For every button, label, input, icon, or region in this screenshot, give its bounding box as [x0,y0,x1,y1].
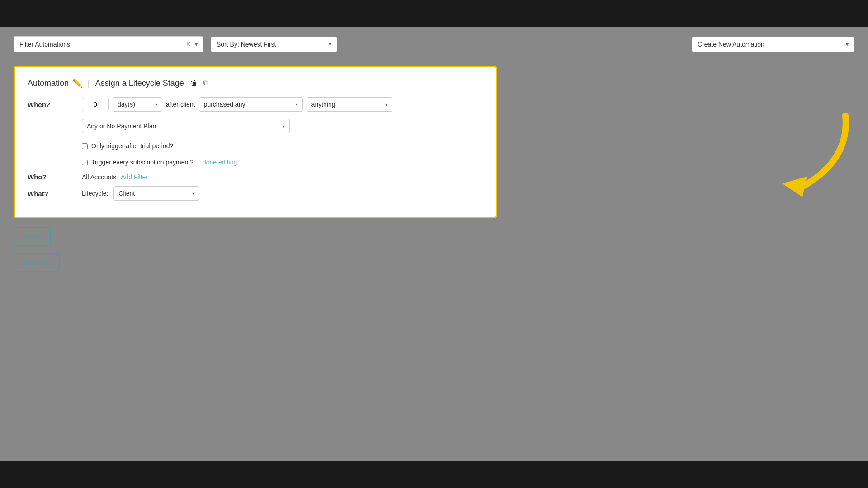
purchased-chevron-icon: ▾ [296,102,298,107]
create-chevron-down-icon: ▾ [846,41,849,47]
automation-title-main: Assign a Lifecycle Stage [95,79,184,88]
days-unit-value: day(s) [118,101,135,108]
lifecycle-value: Client [118,190,135,197]
what-content: Lifecycle: Client ▾ [82,186,199,201]
main-content: Automation ✏️ | Assign a Lifecycle Stage… [0,61,868,281]
payment-plan-row: Any or No Payment Plan ▾ [82,119,483,133]
subscription-trigger-label: Trigger every subscription payment? [91,159,193,166]
who-label: Who? [28,173,82,181]
arrow-annotation [764,107,854,206]
save-all-button[interactable]: Save All [14,253,60,272]
all-accounts-text: All Accounts [82,174,116,181]
who-row: Who? All Accounts Add Filter [28,173,483,181]
top-bar [0,0,868,27]
sort-chevron-down-icon: ▾ [329,41,331,47]
days-unit-select[interactable]: day(s) ▾ [113,97,162,112]
payment-plan-chevron-icon: ▾ [283,124,285,129]
subscription-trigger-checkbox[interactable] [82,160,88,165]
after-client-text: after client [166,101,195,108]
svg-marker-0 [782,177,807,197]
lifecycle-select[interactable]: Client ▾ [113,186,199,201]
filter-chevron-down-icon: ▾ [195,41,198,47]
bottom-bar [0,461,868,488]
trial-period-checkbox[interactable] [82,143,88,149]
purchased-select[interactable]: purchased any ▾ [199,97,303,112]
trash-icon[interactable]: 🗑 [190,79,198,87]
toolbar: Filter Automations × ▾ Sort By: Newest F… [0,27,868,61]
edit-pencil-icon: ✏️ [72,78,82,88]
sort-label: Sort By: Newest First [217,41,276,48]
copy-icon[interactable]: ⧉ [203,79,208,87]
anything-chevron-icon: ▾ [385,102,387,107]
days-number-input[interactable] [82,98,109,111]
lifecycle-label: Lifecycle: [82,190,108,197]
sort-dropdown[interactable]: Sort By: Newest First ▾ [211,37,337,52]
automation-title-prefix: Automation [28,79,69,88]
subscription-trigger-row: Trigger every subscription payment? done… [82,159,483,166]
save-button[interactable]: Save [14,227,51,246]
anything-select[interactable]: anything ▾ [307,97,392,112]
card-header: Automation ✏️ | Assign a Lifecycle Stage… [28,78,483,88]
automation-card: Automation ✏️ | Assign a Lifecycle Stage… [14,66,497,218]
what-row: What? Lifecycle: Client ▾ [28,186,483,201]
filter-clear-icon[interactable]: × [186,40,190,48]
create-label: Create New Automation [698,41,764,48]
payment-plan-select[interactable]: Any or No Payment Plan ▾ [82,119,290,133]
purchased-value: purchased any [204,101,245,108]
when-row: When? day(s) ▾ after client purchased an… [28,97,483,166]
who-content: All Accounts Add Filter [82,174,148,181]
days-unit-chevron-icon: ▾ [155,102,157,107]
what-label: What? [28,190,82,197]
filter-automations-dropdown[interactable]: Filter Automations × ▾ [14,36,203,52]
filter-label: Filter Automations [19,41,70,48]
trial-period-label: Only trigger after trial period? [91,142,173,150]
header-separator: | [88,79,90,88]
when-label: When? [28,97,82,108]
anything-value: anything [311,101,335,108]
trial-period-row: Only trigger after trial period? [82,142,483,150]
lifecycle-chevron-icon: ▾ [192,191,194,196]
when-fields: day(s) ▾ after client purchased any ▾ an… [82,97,483,166]
days-unit-wrapper: day(s) ▾ [113,97,162,112]
add-filter-link[interactable]: Add Filter [121,174,148,181]
when-inline-fields: day(s) ▾ after client purchased any ▾ an… [82,97,483,112]
payment-plan-value: Any or No Payment Plan [87,122,156,130]
done-editing-link[interactable]: done editing [203,159,237,166]
create-new-automation-dropdown[interactable]: Create New Automation ▾ [692,37,854,52]
